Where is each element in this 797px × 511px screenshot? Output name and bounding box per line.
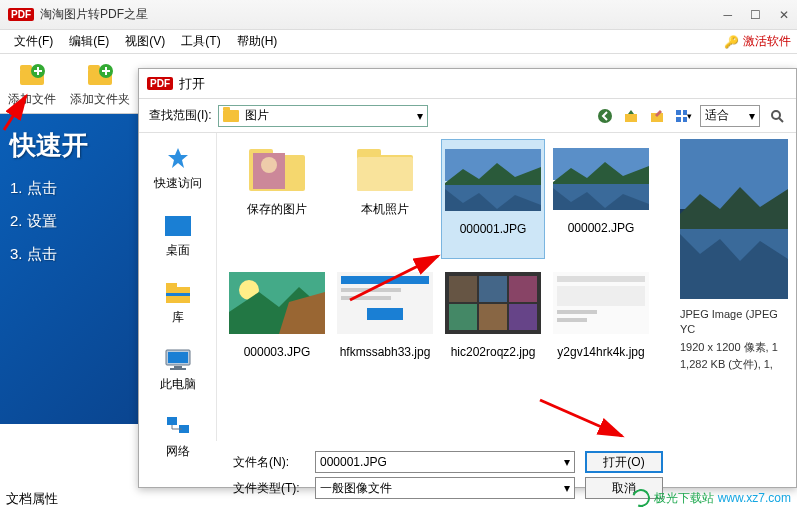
filetype-combo[interactable]: 一般图像文件 ▾ [315, 477, 575, 499]
file-name: hic202roqz2.jpg [451, 345, 536, 359]
file-item[interactable]: y2gv14hrk4k.jpg [549, 263, 653, 383]
add-file-icon [16, 59, 48, 91]
file-item[interactable]: 000002.JPG [549, 139, 653, 259]
image-thumb [445, 144, 541, 216]
activate-link[interactable]: 🔑 激活软件 [724, 33, 791, 50]
watermark-site: www.xz7.com [718, 491, 791, 505]
place-desktop[interactable]: 桌面 [139, 208, 216, 263]
file-name: 本机照片 [361, 201, 409, 218]
svg-rect-38 [341, 276, 429, 284]
add-folder-button[interactable]: 添加文件夹 [70, 59, 130, 108]
menu-tools[interactable]: 工具(T) [173, 31, 228, 52]
watermark-logo-icon [629, 486, 653, 510]
add-file-button[interactable]: 添加文件 [8, 59, 56, 108]
image-thumb [553, 143, 649, 215]
app-badge: PDF [8, 8, 34, 21]
place-pc[interactable]: 此电脑 [139, 342, 216, 397]
menu-file[interactable]: 文件(F) [6, 31, 61, 52]
svg-point-13 [772, 111, 780, 119]
place-pc-label: 此电脑 [160, 376, 196, 393]
place-quick-label: 快速访问 [154, 175, 202, 192]
preview-dims: 1920 x 1200 像素, 1 [680, 340, 788, 355]
svg-rect-16 [166, 283, 177, 289]
preview-kind: JPEG Image (JPEG YC [680, 307, 788, 338]
svg-rect-41 [367, 308, 403, 320]
svg-rect-11 [676, 117, 681, 122]
fit-combo[interactable]: 适合 ▾ [700, 105, 760, 127]
folder-icon [223, 110, 239, 122]
file-item[interactable]: 本机照片 [333, 139, 437, 259]
place-network[interactable]: 网络 [139, 409, 216, 464]
lookup-value: 图片 [245, 107, 269, 124]
svg-rect-43 [449, 276, 477, 302]
menu-help[interactable]: 帮助(H) [229, 31, 286, 52]
fit-label: 适合 [705, 107, 729, 124]
preview-meta: JPEG Image (JPEG YC 1920 x 1200 像素, 1 1,… [680, 305, 788, 375]
image-thumb [337, 267, 433, 339]
svg-rect-46 [449, 304, 477, 330]
place-library[interactable]: 库 [139, 275, 216, 330]
svg-rect-39 [341, 288, 401, 292]
place-quick[interactable]: 快速访问 [139, 141, 216, 196]
dialog-badge: PDF [147, 77, 173, 90]
dialog-toolbar: 查找范围(I): 图片 ▾ ▾ 适合 ▾ [139, 99, 796, 133]
file-grid: 保存的图片本机照片000001.JPG000002.JPG000003.JPGh… [225, 139, 674, 435]
minimize-button[interactable]: ─ [723, 8, 732, 22]
place-library-label: 库 [172, 309, 184, 326]
file-item[interactable]: hfkmssabh33.jpg [333, 263, 437, 383]
svg-rect-45 [509, 276, 537, 302]
chevron-down-icon: ▾ [564, 455, 570, 469]
lookup-label: 查找范围(I): [149, 107, 212, 124]
svg-rect-22 [167, 417, 177, 425]
network-icon [162, 413, 194, 441]
file-area: 保存的图片本机照片000001.JPG000002.JPG000003.JPGh… [217, 133, 796, 441]
file-item[interactable]: hic202roqz2.jpg [441, 263, 545, 383]
window-title: 淘淘图片转PDF之星 [40, 6, 148, 23]
watermark: 极光下载站 www.xz7.com [632, 489, 791, 507]
file-item[interactable]: 000001.JPG [441, 139, 545, 259]
open-button[interactable]: 打开(O) [585, 451, 663, 473]
place-network-label: 网络 [166, 443, 190, 460]
chevron-down-icon: ▾ [417, 109, 423, 123]
svg-rect-1 [20, 65, 32, 71]
close-button[interactable]: ✕ [779, 8, 789, 22]
svg-rect-47 [479, 304, 507, 330]
new-folder-icon[interactable] [648, 107, 666, 125]
svg-point-6 [598, 109, 612, 123]
svg-rect-17 [166, 293, 190, 296]
menu-view[interactable]: 视图(V) [117, 31, 173, 52]
up-icon[interactable] [622, 107, 640, 125]
key-icon: 🔑 [724, 35, 739, 49]
place-desktop-label: 桌面 [166, 242, 190, 259]
file-item[interactable]: 000003.JPG [225, 263, 329, 383]
view-menu-icon[interactable]: ▾ [674, 107, 692, 125]
back-icon[interactable] [596, 107, 614, 125]
quick-start-title: 快速开 [10, 128, 130, 163]
step-1: 1. 点击 [10, 179, 130, 198]
svg-rect-40 [341, 296, 391, 300]
svg-rect-53 [557, 318, 587, 322]
svg-rect-19 [168, 352, 188, 363]
file-name: hfkmssabh33.jpg [340, 345, 431, 359]
preview-size: 1,282 KB (文件), 1, [680, 357, 788, 372]
maximize-button[interactable]: ☐ [750, 8, 761, 22]
svg-rect-48 [509, 304, 537, 330]
filename-combo[interactable]: 000001.JPG ▾ [315, 451, 575, 473]
image-thumb [445, 267, 541, 339]
dialog-titlebar: PDF 打开 [139, 69, 796, 99]
image-thumb [553, 267, 649, 339]
search-icon[interactable] [768, 107, 786, 125]
step-2: 2. 设置 [10, 212, 130, 231]
file-name: 000002.JPG [568, 221, 635, 235]
star-icon [162, 145, 194, 173]
lookup-combo[interactable]: 图片 ▾ [218, 105, 428, 127]
folder-icon [353, 143, 417, 195]
svg-rect-7 [625, 114, 637, 122]
preview-image [680, 139, 788, 299]
svg-rect-51 [557, 286, 645, 306]
file-item[interactable]: 保存的图片 [225, 139, 329, 259]
menu-edit[interactable]: 编辑(E) [61, 31, 117, 52]
file-name: 000001.JPG [460, 222, 527, 236]
file-name: y2gv14hrk4k.jpg [557, 345, 644, 359]
add-file-label: 添加文件 [8, 91, 56, 108]
